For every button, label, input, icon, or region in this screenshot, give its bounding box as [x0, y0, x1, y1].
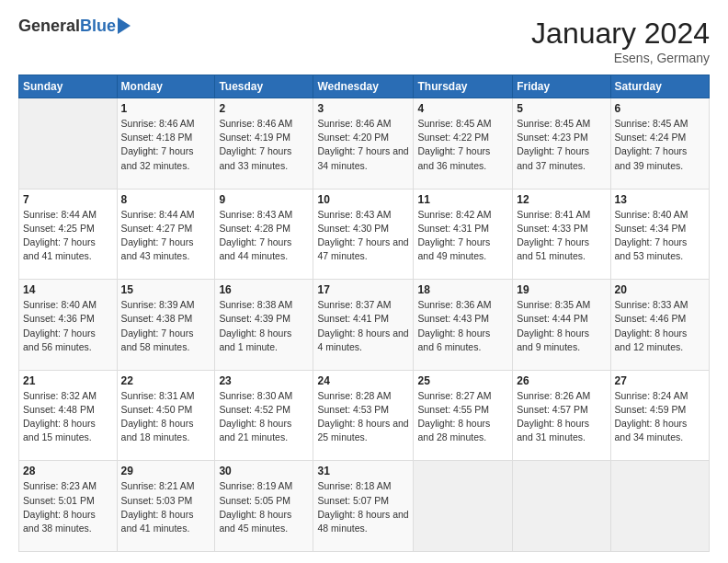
- day-cell: 17Sunrise: 8:37 AMSunset: 4:41 PMDayligh…: [313, 280, 414, 371]
- day-cell: 1Sunrise: 8:46 AMSunset: 4:18 PMDaylight…: [117, 98, 215, 190]
- day-number: 1: [121, 102, 211, 115]
- day-cell: 30Sunrise: 8:19 AMSunset: 5:05 PMDayligh…: [215, 461, 313, 552]
- header-wednesday: Wednesday: [313, 75, 414, 98]
- calendar-table: Sunday Monday Tuesday Wednesday Thursday…: [18, 75, 710, 552]
- day-cell: [414, 461, 513, 552]
- header-monday: Monday: [117, 75, 215, 98]
- day-info: Sunrise: 8:46 AMSunset: 4:18 PMDaylight:…: [121, 117, 211, 173]
- logo: General Blue: [18, 17, 131, 36]
- day-info: Sunrise: 8:28 AMSunset: 4:53 PMDaylight:…: [317, 389, 409, 445]
- day-info: Sunrise: 8:32 AMSunset: 4:48 PMDaylight:…: [23, 389, 113, 445]
- day-info: Sunrise: 8:41 AMSunset: 4:33 PMDaylight:…: [517, 208, 606, 264]
- day-number: 4: [417, 102, 508, 115]
- day-cell: 21Sunrise: 8:32 AMSunset: 4:48 PMDayligh…: [19, 370, 118, 461]
- day-cell: [610, 461, 709, 552]
- day-number: 7: [23, 193, 113, 206]
- day-info: Sunrise: 8:42 AMSunset: 4:31 PMDaylight:…: [417, 208, 508, 264]
- title-section: January 2024 Esens, Germany: [531, 17, 710, 65]
- header: General Blue January 2024 Esens, Germany: [18, 17, 710, 65]
- logo-blue-text: Blue: [80, 17, 116, 36]
- day-number: 30: [219, 465, 309, 477]
- day-cell: 11Sunrise: 8:42 AMSunset: 4:31 PMDayligh…: [414, 189, 513, 280]
- header-saturday: Saturday: [610, 75, 709, 98]
- header-sunday: Sunday: [19, 75, 118, 98]
- day-number: 10: [317, 193, 409, 206]
- month-title: January 2024: [531, 17, 710, 51]
- day-cell: 24Sunrise: 8:28 AMSunset: 4:53 PMDayligh…: [313, 370, 414, 461]
- logo-arrow-icon: [118, 17, 131, 34]
- day-cell: 18Sunrise: 8:36 AMSunset: 4:43 PMDayligh…: [414, 280, 513, 371]
- day-info: Sunrise: 8:31 AMSunset: 4:50 PMDaylight:…: [121, 389, 211, 445]
- day-info: Sunrise: 8:45 AMSunset: 4:24 PMDaylight:…: [615, 117, 705, 173]
- day-cell: [513, 461, 610, 552]
- day-info: Sunrise: 8:27 AMSunset: 4:55 PMDaylight:…: [417, 389, 508, 445]
- day-info: Sunrise: 8:46 AMSunset: 4:20 PMDaylight:…: [317, 117, 409, 173]
- day-cell: 8Sunrise: 8:44 AMSunset: 4:27 PMDaylight…: [117, 189, 215, 280]
- day-info: Sunrise: 8:44 AMSunset: 4:25 PMDaylight:…: [23, 208, 113, 264]
- day-number: 3: [317, 102, 409, 115]
- page: General Blue January 2024 Esens, Germany…: [0, 0, 728, 563]
- day-info: Sunrise: 8:30 AMSunset: 4:52 PMDaylight:…: [219, 389, 309, 445]
- week-row-1: 7Sunrise: 8:44 AMSunset: 4:25 PMDaylight…: [19, 189, 710, 280]
- day-number: 11: [417, 193, 508, 206]
- week-row-3: 21Sunrise: 8:32 AMSunset: 4:48 PMDayligh…: [19, 370, 710, 461]
- week-row-2: 14Sunrise: 8:40 AMSunset: 4:36 PMDayligh…: [19, 280, 710, 371]
- day-cell: 16Sunrise: 8:38 AMSunset: 4:39 PMDayligh…: [215, 280, 313, 371]
- day-cell: 29Sunrise: 8:21 AMSunset: 5:03 PMDayligh…: [117, 461, 215, 552]
- day-cell: 2Sunrise: 8:46 AMSunset: 4:19 PMDaylight…: [215, 98, 313, 190]
- day-info: Sunrise: 8:45 AMSunset: 4:22 PMDaylight:…: [417, 117, 508, 173]
- day-number: 25: [417, 374, 508, 387]
- day-cell: 7Sunrise: 8:44 AMSunset: 4:25 PMDaylight…: [19, 189, 118, 280]
- day-info: Sunrise: 8:45 AMSunset: 4:23 PMDaylight:…: [517, 117, 606, 173]
- day-cell: 22Sunrise: 8:31 AMSunset: 4:50 PMDayligh…: [117, 370, 215, 461]
- day-number: 23: [219, 374, 309, 387]
- day-number: 31: [317, 465, 409, 477]
- day-info: Sunrise: 8:24 AMSunset: 4:59 PMDaylight:…: [615, 389, 705, 445]
- day-number: 5: [517, 102, 606, 115]
- day-number: 21: [23, 374, 113, 387]
- day-info: Sunrise: 8:44 AMSunset: 4:27 PMDaylight:…: [121, 208, 211, 264]
- week-row-4: 28Sunrise: 8:23 AMSunset: 5:01 PMDayligh…: [19, 461, 710, 552]
- day-info: Sunrise: 8:33 AMSunset: 4:46 PMDaylight:…: [615, 298, 705, 354]
- day-number: 8: [121, 193, 211, 206]
- day-info: Sunrise: 8:18 AMSunset: 5:07 PMDaylight:…: [317, 479, 409, 535]
- day-cell: 23Sunrise: 8:30 AMSunset: 4:52 PMDayligh…: [215, 370, 313, 461]
- header-friday: Friday: [513, 75, 610, 98]
- weekday-header-row: Sunday Monday Tuesday Wednesday Thursday…: [19, 75, 710, 98]
- day-number: 28: [23, 465, 113, 477]
- day-cell: 5Sunrise: 8:45 AMSunset: 4:23 PMDaylight…: [513, 98, 610, 190]
- day-cell: 28Sunrise: 8:23 AMSunset: 5:01 PMDayligh…: [19, 461, 118, 552]
- day-info: Sunrise: 8:21 AMSunset: 5:03 PMDaylight:…: [121, 479, 211, 535]
- day-cell: 9Sunrise: 8:43 AMSunset: 4:28 PMDaylight…: [215, 189, 313, 280]
- day-cell: 12Sunrise: 8:41 AMSunset: 4:33 PMDayligh…: [513, 189, 610, 280]
- day-cell: [19, 98, 118, 190]
- day-cell: 14Sunrise: 8:40 AMSunset: 4:36 PMDayligh…: [19, 280, 118, 371]
- day-info: Sunrise: 8:23 AMSunset: 5:01 PMDaylight:…: [23, 479, 113, 535]
- header-thursday: Thursday: [414, 75, 513, 98]
- day-cell: 19Sunrise: 8:35 AMSunset: 4:44 PMDayligh…: [513, 280, 610, 371]
- week-row-0: 1Sunrise: 8:46 AMSunset: 4:18 PMDaylight…: [19, 98, 710, 190]
- day-number: 17: [317, 283, 409, 296]
- day-number: 13: [615, 193, 705, 206]
- day-number: 19: [517, 283, 606, 296]
- day-cell: 10Sunrise: 8:43 AMSunset: 4:30 PMDayligh…: [313, 189, 414, 280]
- day-info: Sunrise: 8:43 AMSunset: 4:30 PMDaylight:…: [317, 208, 409, 264]
- day-info: Sunrise: 8:19 AMSunset: 5:05 PMDaylight:…: [219, 479, 309, 535]
- header-tuesday: Tuesday: [215, 75, 313, 98]
- day-info: Sunrise: 8:36 AMSunset: 4:43 PMDaylight:…: [417, 298, 508, 354]
- day-cell: 25Sunrise: 8:27 AMSunset: 4:55 PMDayligh…: [414, 370, 513, 461]
- day-info: Sunrise: 8:40 AMSunset: 4:36 PMDaylight:…: [23, 298, 113, 354]
- day-number: 9: [219, 193, 309, 206]
- location-text: Esens, Germany: [531, 51, 710, 65]
- day-cell: 3Sunrise: 8:46 AMSunset: 4:20 PMDaylight…: [313, 98, 414, 190]
- day-info: Sunrise: 8:43 AMSunset: 4:28 PMDaylight:…: [219, 208, 309, 264]
- day-number: 27: [615, 374, 705, 387]
- day-cell: 31Sunrise: 8:18 AMSunset: 5:07 PMDayligh…: [313, 461, 414, 552]
- day-cell: 20Sunrise: 8:33 AMSunset: 4:46 PMDayligh…: [610, 280, 709, 371]
- day-number: 24: [317, 374, 409, 387]
- day-number: 18: [417, 283, 508, 296]
- day-info: Sunrise: 8:37 AMSunset: 4:41 PMDaylight:…: [317, 298, 409, 354]
- day-number: 16: [219, 283, 309, 296]
- logo-general-text: General: [18, 17, 80, 36]
- day-number: 2: [219, 102, 309, 115]
